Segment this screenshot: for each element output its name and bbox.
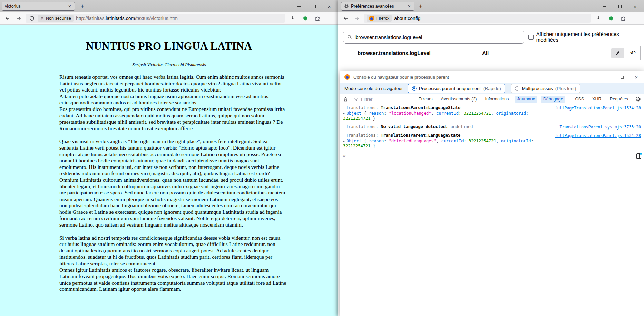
message-source-link[interactable]: fullPageTranslationsPanel.js:1534:28 [555, 133, 641, 139]
minimize-button[interactable] [600, 71, 615, 83]
console-mode-option[interactable]: Multiprocessus(Plus lent) [511, 84, 580, 93]
console-title-bar[interactable]: Console du navigateur pour le processus … [340, 71, 644, 83]
filter-button[interactable]: Requêtes [607, 96, 631, 103]
back-button[interactable] [3, 14, 12, 22]
filter-button[interactable]: CSS [573, 96, 586, 103]
mode-option-label: Processus parent uniquement [419, 86, 481, 91]
object-preview-line: ▶Object { reason: "detectedLanguages", c… [343, 138, 551, 149]
desktop: victorius × + × [0, 0, 644, 316]
web-page-content: NUNTIUS PRO LINGUA LATINA Scripsit Victo… [0, 25, 338, 316]
mode-option-hint: (Rapide) [483, 86, 501, 91]
lock-slashed-icon [40, 16, 44, 21]
punct-token: , [436, 138, 441, 143]
identity-label: Firefox [376, 16, 389, 21]
checkbox-label: Afficher uniquement les préférences modi… [536, 31, 642, 43]
pref-search-input[interactable]: browser.translations.logLevel [343, 31, 524, 44]
downloads-button[interactable] [594, 13, 603, 23]
url-bar[interactable]: Non sécurisé http://latinitas.latinitati… [26, 14, 285, 23]
app-menu-button[interactable] [325, 13, 335, 23]
pref-row[interactable]: browser.translations.logLevel All ↶ [341, 46, 641, 60]
colon-token: : [384, 138, 389, 143]
paragraph: Si verba latina ad nostri temporis res c… [59, 235, 287, 293]
pencil-icon [615, 50, 621, 56]
filter-button[interactable]: Journaux [515, 96, 537, 103]
console-output: Translations: TranslationsParent:Languag… [340, 104, 644, 151]
tab-bar: Préférences avancées × + × [338, 0, 644, 12]
reset-pref-button[interactable]: ↶ [628, 48, 638, 58]
url-text: http://latinitas.latinitatis.com/textus/… [76, 16, 178, 21]
checkbox-icon[interactable] [528, 35, 534, 40]
shield-icon[interactable] [28, 15, 35, 22]
tab-victorius[interactable]: victorius × [2, 2, 75, 11]
edit-pref-button[interactable] [611, 48, 624, 58]
console-mode-option[interactable]: Processus parent uniquement(Rapide) [408, 84, 505, 93]
minimize-button[interactable] [597, 0, 612, 12]
filter-button[interactable]: Erreurs [416, 96, 435, 103]
maximize-button[interactable] [306, 0, 322, 12]
console-settings-button[interactable] [635, 96, 641, 102]
extension-shield-button[interactable] [300, 13, 310, 23]
colon-token: : [526, 111, 528, 116]
close-button[interactable]: × [322, 0, 337, 12]
close-button[interactable]: × [629, 71, 644, 83]
twisty-icon[interactable]: ▶ [343, 140, 345, 143]
url-bar[interactable]: Firefox about:config [364, 14, 591, 23]
message-text: No valid language detected. [381, 124, 448, 129]
filter-button[interactable]: XHR [590, 96, 604, 103]
message-text: TranslationsParent:LanguageState [381, 105, 460, 110]
tab-close-icon[interactable]: × [407, 4, 411, 9]
close-button[interactable]: × [627, 0, 643, 12]
message-text-line: Translations: TranslationsParent:Languag… [346, 133, 551, 138]
message-source-prefix: Translations: [346, 124, 381, 129]
modified-only-filter[interactable]: Afficher uniquement les préférences modi… [528, 31, 642, 43]
console-mode-options: Processus parent uniquement(Rapide)Multi… [408, 84, 580, 93]
app-menu-button[interactable] [631, 13, 641, 23]
maximize-button[interactable] [612, 0, 627, 12]
minimize-button[interactable] [291, 0, 306, 12]
sidebar-toggle-icon[interactable] [636, 153, 641, 159]
new-tab-button[interactable]: + [417, 2, 425, 10]
paragraph: Risum teneatis oportet, vos omnes qui ha… [59, 74, 287, 132]
close-icon: × [328, 3, 331, 9]
tab-close-icon[interactable]: × [68, 4, 72, 9]
maximize-button[interactable] [615, 71, 629, 83]
identity-chip[interactable]: Firefox [367, 15, 392, 22]
filter-button[interactable]: Avertissements (2) [438, 96, 479, 103]
colon-token: : [464, 138, 468, 143]
extensions-button[interactable] [313, 13, 322, 23]
gear-favicon-icon [344, 4, 349, 9]
console-message: Translations: No valid language detected… [346, 124, 556, 130]
forward-arrow-icon [16, 16, 21, 21]
forward-button[interactable] [353, 14, 361, 22]
filter-button[interactable]: Débogage [541, 96, 566, 103]
download-icon [596, 16, 601, 21]
security-badge[interactable]: Non sécurisé [38, 15, 74, 22]
extension-shield-button[interactable] [606, 13, 616, 23]
page-subtitle: Scripsit Victorius Ciarrocchi Pisaurensi… [0, 62, 338, 67]
downloads-button[interactable] [288, 13, 297, 23]
back-button[interactable] [342, 14, 350, 22]
back-arrow-icon [5, 16, 10, 21]
filter-button[interactable]: Informations [482, 96, 511, 103]
console-input-area[interactable]: » [340, 151, 644, 316]
navigation-toolbar: Firefox about:config [338, 12, 644, 25]
punct-token: , [491, 111, 496, 116]
colon-token: : [531, 138, 534, 143]
window-controls: × [597, 0, 643, 12]
forward-button[interactable] [14, 14, 23, 22]
filter-input[interactable]: Filtrer [361, 97, 372, 102]
tab-preferences[interactable]: Préférences avancées × [341, 2, 414, 11]
message-source-link[interactable]: TranslationsParent.sys.mjs:3733:20 [560, 124, 641, 130]
minimize-icon [603, 6, 606, 7]
message-source-link[interactable]: fullPageTranslationsPanel.js:1534:28 [555, 105, 641, 111]
extensions-button[interactable] [618, 13, 628, 23]
maximize-icon [618, 5, 622, 8]
new-tab-button[interactable]: + [79, 2, 86, 10]
message-text-line: Translations: No valid language detected… [346, 124, 556, 130]
message-text-line: Translations: TranslationsParent:Languag… [346, 105, 551, 111]
console-message-row: Translations: No valid language detected… [340, 123, 644, 132]
number-token: 32212254721 [469, 138, 496, 143]
forward-arrow-icon [354, 16, 360, 21]
twisty-icon[interactable]: ▶ [343, 112, 345, 115]
clear-console-button[interactable] [343, 97, 348, 102]
